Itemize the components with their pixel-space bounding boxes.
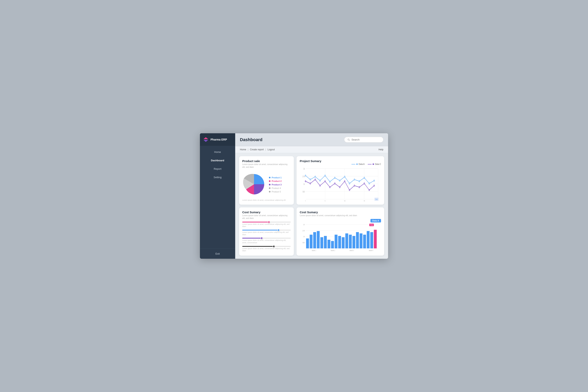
svg-rect-75 (345, 233, 348, 248)
slider-thumb-2[interactable] (277, 229, 280, 231)
svg-rect-78 (356, 232, 359, 248)
data-a-badge: Data A (370, 219, 381, 222)
svg-rect-76 (349, 234, 352, 248)
legend-label-3: Product 3 (272, 184, 282, 186)
slider-track-2[interactable] (242, 230, 291, 230)
svg-rect-66 (313, 232, 316, 248)
cost-summary-right-card: Cost Sumary Lorem ipsum dolor sit amet, … (296, 207, 384, 256)
svg-rect-77 (352, 236, 355, 248)
legend-line-a (352, 164, 355, 164)
svg-rect-68 (320, 237, 324, 248)
cost-summary-right-subtitle: Lorem ipsum dolor sit amet, consectetuer… (300, 214, 381, 217)
svg-point-42 (325, 181, 326, 182)
svg-rect-69 (324, 236, 327, 248)
breadcrumb-sep-2: | (266, 148, 266, 151)
breadcrumb-logout[interactable]: Logout (268, 148, 275, 151)
legend-circle-a (356, 164, 358, 165)
slider-track-3[interactable] (242, 238, 291, 238)
sidebar-logo: Pharma ERP (200, 133, 235, 146)
logo-text: Pharma ERP (210, 138, 227, 141)
breadcrumb-create-report[interactable]: Create report (250, 148, 264, 151)
slider-group-4: Lorem ipsum dolor sit amet, consectetuer… (242, 246, 291, 252)
pie-chart (242, 172, 266, 197)
sidebar-exit[interactable]: Exit (200, 248, 235, 259)
project-summary-title: Project Sumary (300, 159, 381, 163)
legend-dot-2 (269, 180, 270, 182)
legend-dot-1 (269, 177, 270, 178)
legend-product-1: Product 1 (269, 176, 282, 179)
svg-point-2 (348, 139, 349, 140)
svg-text:Today: Today (370, 224, 373, 226)
page-title: Dashboard (240, 137, 262, 142)
slider-fill-4 (242, 246, 274, 247)
slider-track-4[interactable] (242, 246, 291, 247)
svg-text:1k: 1k (304, 183, 305, 185)
slider-thumb-3[interactable] (260, 237, 263, 239)
svg-point-36 (369, 183, 370, 184)
product-sale-subtitle: Lorem ipsum dolor sit amet, consectetuer… (242, 163, 291, 168)
slider-thumb-4[interactable] (273, 245, 275, 248)
slider-group-1: Lorem ipsum dolor sit amet, consectetuer… (242, 222, 291, 228)
slider-track-1[interactable] (242, 222, 291, 222)
svg-point-46 (344, 181, 345, 182)
svg-point-50 (364, 183, 365, 184)
svg-rect-83 (374, 230, 377, 248)
svg-text:500: 500 (302, 190, 305, 193)
help-button[interactable]: Help (378, 148, 384, 151)
legend-label-1: Product 1 (272, 176, 282, 179)
logo-icon (203, 137, 208, 142)
slider-group-2: Lorem ipsum dolor sit amet, consectetur … (242, 230, 291, 236)
svg-text:Week 1: Week 1 (312, 250, 316, 252)
svg-rect-64 (306, 238, 309, 248)
svg-text:Week 4: Week 4 (369, 250, 373, 252)
sidebar-nav: Home Dashboard Report Setting (200, 146, 235, 248)
slider-label-4: Lorem ipsum dolor sit amet, consectetuer… (242, 248, 291, 252)
sidebar-item-report[interactable]: Report (200, 165, 235, 173)
legend-label-5: Product 5 (272, 190, 281, 193)
svg-marker-0 (204, 137, 208, 139)
svg-point-43 (330, 186, 330, 188)
svg-rect-73 (338, 236, 341, 248)
search-input[interactable] (352, 138, 380, 141)
svg-rect-72 (335, 234, 338, 248)
svg-point-23 (305, 175, 306, 176)
svg-text:Due: Due (376, 198, 378, 200)
pie-legend: Product 1 Product 2 Product 3 Produ (269, 176, 282, 193)
svg-rect-82 (370, 232, 373, 248)
svg-text:2k: 2k (304, 224, 305, 226)
project-summary-card: Project Sumary Data A Data C (296, 156, 384, 204)
svg-point-40 (315, 179, 316, 180)
svg-text:1.5k: 1.5k (302, 175, 305, 178)
sidebar-item-home[interactable]: Home (200, 148, 235, 156)
legend-product-4: Product 4 (269, 187, 282, 189)
product-sale-title: Product sale (242, 159, 291, 163)
svg-point-38 (305, 181, 306, 182)
svg-point-25 (315, 176, 316, 178)
main-area: Dashboard Home | Create report | Logout … (235, 133, 388, 259)
slider-thumb-1[interactable] (268, 221, 270, 223)
sidebar-item-setting[interactable]: Setting (200, 173, 235, 182)
legend-product-2: Product 2 (269, 180, 282, 182)
svg-point-32 (349, 183, 350, 184)
sidebar-item-dashboard[interactable]: Dashboard (200, 156, 235, 165)
svg-point-28 (330, 181, 330, 182)
legend-product-3: Product 3 (269, 184, 282, 186)
legend-dot-4 (269, 188, 270, 189)
cost-summary-right-title: Cost Sumary (300, 210, 381, 214)
line-chart-area: 2k 1.5k 1k 500 1 5 10 15 Due (300, 166, 381, 202)
product-sale-card: Product sale Lorem ipsum dolor sit amet,… (239, 156, 294, 204)
dashboard-grid: Product sale Lorem ipsum dolor sit amet,… (235, 153, 388, 259)
breadcrumb-home[interactable]: Home (240, 148, 246, 151)
svg-rect-74 (342, 237, 345, 248)
svg-marker-1 (204, 140, 208, 142)
svg-line-3 (349, 140, 350, 141)
svg-rect-81 (367, 231, 370, 248)
svg-point-44 (334, 183, 335, 184)
app-window: Pharma ERP Home Dashboard Report Setting… (200, 133, 388, 259)
search-box[interactable] (344, 137, 384, 142)
breadcrumb-sep-1: | (248, 148, 248, 151)
svg-text:Week 2: Week 2 (331, 250, 335, 252)
svg-point-41 (320, 185, 320, 186)
cost-summary-left-title: Cost Sumary (242, 210, 291, 214)
svg-point-24 (310, 179, 311, 180)
